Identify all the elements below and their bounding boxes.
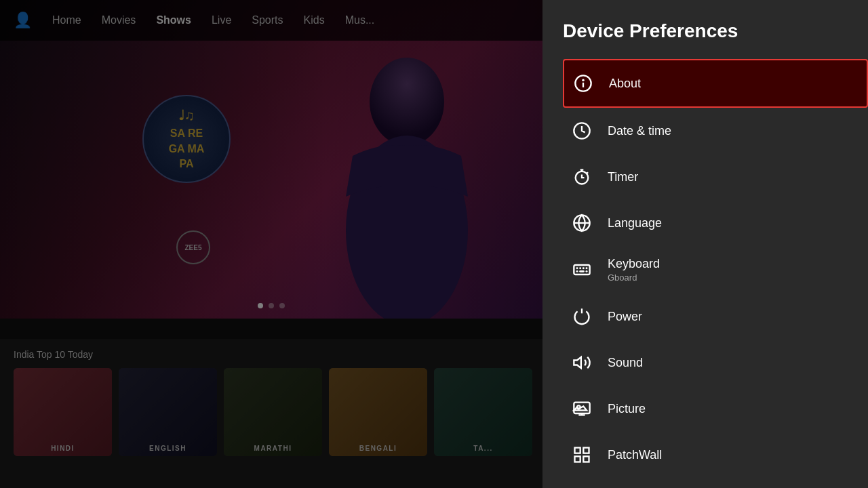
language-label: Language xyxy=(608,216,662,230)
patchwall-text: PatchWall xyxy=(608,448,662,462)
menu-item-sound[interactable]: Sound xyxy=(563,340,854,386)
menu-item-date-time[interactable]: Date & time xyxy=(563,108,854,154)
keyboard-sublabel: Gboard xyxy=(608,272,660,283)
svg-line-9 xyxy=(587,172,588,174)
menu-item-patchwall[interactable]: PatchWall xyxy=(563,432,854,478)
sound-label: Sound xyxy=(608,356,643,370)
picture-label: Picture xyxy=(608,402,646,416)
globe-icon xyxy=(570,211,594,235)
sidebar-overlay xyxy=(0,0,542,488)
date-time-label: Date & time xyxy=(608,124,671,138)
svg-rect-28 xyxy=(575,456,580,462)
power-icon xyxy=(570,304,594,329)
about-label: About xyxy=(609,77,641,91)
picture-icon xyxy=(570,396,594,421)
power-text: Power xyxy=(608,310,642,324)
menu-item-picture[interactable]: Picture xyxy=(563,386,854,432)
power-label: Power xyxy=(608,310,642,324)
keyboard-label: Keyboard xyxy=(608,257,660,271)
menu-item-keyboard[interactable]: Keyboard Gboard xyxy=(563,246,854,293)
patchwall-label: PatchWall xyxy=(608,448,662,462)
sound-text: Sound xyxy=(608,356,643,370)
device-preferences-panel: Device Preferences About Date & time xyxy=(542,0,868,488)
sound-icon xyxy=(570,350,594,375)
svg-rect-12 xyxy=(574,265,589,274)
menu-item-about[interactable]: About xyxy=(563,59,868,108)
svg-rect-27 xyxy=(583,448,589,453)
info-icon xyxy=(571,71,595,96)
language-text: Language xyxy=(608,216,662,230)
sidebar-title: Device Preferences xyxy=(563,20,868,42)
picture-text: Picture xyxy=(608,402,646,416)
menu-item-timer[interactable]: Timer xyxy=(563,154,854,200)
svg-rect-26 xyxy=(575,448,580,453)
timer-icon xyxy=(570,165,594,189)
svg-marker-21 xyxy=(574,357,581,368)
keyboard-text: Keyboard Gboard xyxy=(608,257,660,283)
keyboard-icon xyxy=(570,258,594,282)
grid-icon xyxy=(570,443,594,467)
svg-rect-29 xyxy=(583,456,589,462)
menu-item-power[interactable]: Power xyxy=(563,293,854,340)
timer-text: Timer xyxy=(608,170,638,184)
menu-item-language[interactable]: Language xyxy=(563,200,854,246)
about-text: About xyxy=(609,77,641,91)
timer-label: Timer xyxy=(608,170,638,184)
date-time-text: Date & time xyxy=(608,124,671,138)
clock-icon xyxy=(570,119,594,143)
